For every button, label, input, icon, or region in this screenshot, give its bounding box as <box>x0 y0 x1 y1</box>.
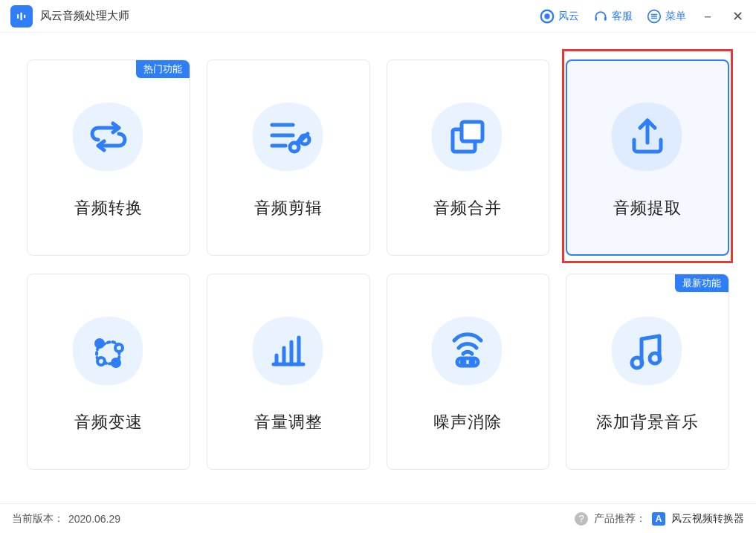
app-logo-icon <box>10 5 33 28</box>
feature-label: 音频合并 <box>433 197 502 219</box>
help-icon[interactable]: ? <box>575 512 588 526</box>
svg-rect-2 <box>24 14 25 18</box>
svg-point-33 <box>650 353 660 364</box>
feature-label: 音频变速 <box>74 411 143 433</box>
support-label: 客服 <box>612 10 633 23</box>
support-button[interactable]: 客服 <box>592 8 633 25</box>
feature-card-merge[interactable]: 音频合并 <box>387 59 550 256</box>
feature-card-speed[interactable]: 音频变速 <box>27 274 190 470</box>
menu-label: 菜单 <box>665 10 686 23</box>
extract-icon <box>607 96 688 178</box>
feature-card-extract[interactable]: 音频提取 <box>566 59 729 256</box>
svg-point-31 <box>471 361 474 364</box>
version-label: 当前版本： <box>12 512 64 526</box>
titlebar: 风云音频处理大师 风云 客服 菜单 － ✕ <box>0 0 756 33</box>
list-icon <box>646 8 662 25</box>
brand-label: 风云 <box>558 10 579 23</box>
feature-card-edit[interactable]: 音频剪辑 <box>207 59 370 256</box>
brand-link[interactable]: 风云 <box>539 8 579 25</box>
feature-grid: 热门功能 音频转换 音频剪辑 音频合并 <box>0 33 756 470</box>
feature-card-bgmusic[interactable]: 最新功能 添加背景音乐 <box>566 274 729 470</box>
merge-icon <box>427 96 508 178</box>
svg-point-30 <box>462 361 465 364</box>
feature-label: 噪声消除 <box>433 411 502 433</box>
music-icon <box>607 310 688 392</box>
svg-rect-19 <box>462 122 482 141</box>
menu-button[interactable]: 菜单 <box>646 8 686 25</box>
svg-rect-6 <box>604 16 607 20</box>
app-title: 风云音频处理大师 <box>40 9 129 23</box>
svg-point-4 <box>544 13 549 19</box>
svg-rect-0 <box>17 14 19 19</box>
feature-label: 音量调整 <box>254 411 323 433</box>
recommend-label: 产品推荐： <box>594 512 646 526</box>
headset-icon <box>592 8 609 25</box>
feature-card-volume[interactable]: 音量调整 <box>207 274 370 470</box>
edit-icon <box>248 96 329 178</box>
feature-label: 音频剪辑 <box>254 197 323 219</box>
denoise-icon <box>427 310 508 392</box>
badge-hot: 热门功能 <box>136 60 190 78</box>
recommend-product[interactable]: 风云视频转换器 <box>671 512 744 526</box>
feature-label: 音频提取 <box>613 197 682 219</box>
statusbar: 当前版本： 2020.06.29 ? 产品推荐： A 风云视频转换器 <box>0 503 756 533</box>
feature-card-denoise[interactable]: 噪声消除 <box>387 274 550 470</box>
feature-label: 添加背景音乐 <box>596 411 699 433</box>
close-button[interactable]: ✕ <box>729 8 746 25</box>
speed-icon <box>68 310 149 392</box>
volume-icon <box>248 310 329 392</box>
badge-new: 最新功能 <box>675 274 728 292</box>
target-icon <box>539 8 555 25</box>
svg-rect-5 <box>595 16 598 20</box>
svg-rect-1 <box>21 12 22 20</box>
svg-point-32 <box>632 358 642 368</box>
version-value: 2020.06.29 <box>68 513 120 525</box>
minimize-button[interactable]: － <box>700 7 716 25</box>
feature-card-convert[interactable]: 热门功能 音频转换 <box>27 59 190 256</box>
convert-icon <box>68 96 149 178</box>
feature-label: 音频转换 <box>74 197 143 219</box>
recommend-logo-icon: A <box>652 512 665 526</box>
titlebar-actions: 风云 客服 菜单 － ✕ <box>539 7 746 25</box>
